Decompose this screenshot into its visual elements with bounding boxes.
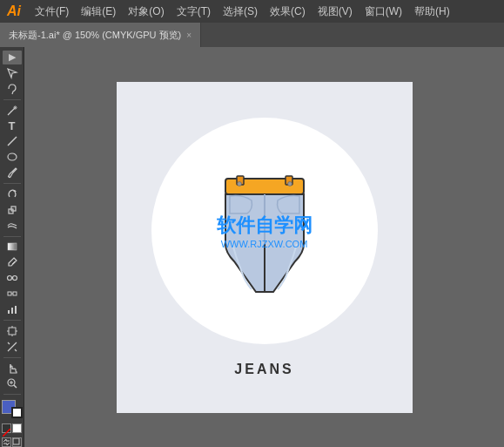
- tool-divider-2: [3, 183, 21, 184]
- extra-tools: [2, 437, 22, 447]
- warp-tool[interactable]: [3, 219, 22, 233]
- tab-label: 未标题-1.ai* @ 150% (CMYK/GPU 预览): [9, 29, 181, 42]
- color-mode-icons: [2, 423, 22, 433]
- direct-select-tool[interactable]: [3, 66, 22, 80]
- svg-point-33: [287, 181, 292, 186]
- tool-divider-4: [3, 320, 21, 321]
- svg-point-2: [8, 153, 17, 160]
- gradient-tool[interactable]: [3, 240, 22, 254]
- hand-tool[interactable]: [3, 362, 22, 376]
- left-toolbar: ▶ T: [0, 47, 24, 447]
- tool-divider-6: [3, 394, 21, 395]
- line-tool[interactable]: [3, 134, 22, 148]
- svg-point-9: [12, 276, 17, 281]
- svg-rect-15: [11, 308, 13, 314]
- circle-background: 软件自学网 WWW.RJZXW.COM: [151, 118, 378, 344]
- scale-tool[interactable]: [3, 203, 22, 217]
- svg-point-32: [237, 181, 241, 186]
- document-tab[interactable]: 未标题-1.ai* @ 150% (CMYK/GPU 预览) ×: [0, 23, 201, 47]
- type-tool[interactable]: T: [3, 119, 22, 132]
- svg-rect-17: [9, 328, 16, 335]
- eyedropper-tool[interactable]: [3, 255, 22, 269]
- none-icon[interactable]: [2, 423, 11, 433]
- tab-bar: 未标题-1.ai* @ 150% (CMYK/GPU 预览) ×: [0, 23, 504, 47]
- menu-view[interactable]: 视图(V): [312, 3, 358, 21]
- menu-bar: 文件(F) 编辑(E) 对象(O) 文字(T) 选择(S) 效果(C) 视图(V…: [30, 3, 455, 21]
- tool-divider-3: [3, 236, 21, 237]
- canvas-area[interactable]: 软件自学网 WWW.RJZXW.COM JEANS: [24, 47, 504, 447]
- svg-rect-12: [13, 292, 17, 295]
- menu-object[interactable]: 对象(O): [123, 3, 169, 21]
- color-selector[interactable]: [2, 400, 23, 418]
- svg-rect-14: [8, 310, 10, 314]
- tool-divider-1: [3, 99, 21, 100]
- artboard-tool[interactable]: [3, 324, 22, 338]
- white-swatch[interactable]: [12, 423, 22, 433]
- menu-select[interactable]: 选择(S): [218, 3, 263, 21]
- app-logo: Ai: [7, 3, 21, 19]
- menu-effect[interactable]: 效果(C): [265, 3, 311, 21]
- svg-line-27: [3, 429, 10, 437]
- tab-close-button[interactable]: ×: [186, 30, 192, 40]
- menu-help[interactable]: 帮助(H): [409, 3, 455, 21]
- artboard: 软件自学网 WWW.RJZXW.COM JEANS: [117, 82, 413, 413]
- svg-rect-16: [15, 306, 17, 314]
- slice-tool[interactable]: [3, 340, 22, 354]
- svg-line-1: [8, 137, 17, 146]
- menu-window[interactable]: 窗口(W): [360, 3, 407, 21]
- svg-rect-28: [13, 438, 19, 444]
- svg-point-8: [7, 276, 11, 281]
- paintbrush-tool[interactable]: [3, 166, 22, 179]
- svg-rect-11: [8, 292, 11, 295]
- menu-type[interactable]: 文字(T): [171, 3, 216, 21]
- select-tool[interactable]: ▶: [3, 51, 22, 64]
- jeans-label: JEANS: [234, 362, 293, 377]
- svg-line-24: [14, 385, 17, 388]
- ellipse-tool[interactable]: [3, 150, 22, 164]
- blend-tool[interactable]: [3, 271, 22, 285]
- rotate-tool[interactable]: [3, 187, 22, 201]
- swap-icon[interactable]: [2, 437, 11, 447]
- menu-file[interactable]: 文件(F): [30, 3, 74, 21]
- jeans-illustration: [208, 166, 321, 296]
- svg-rect-6: [8, 243, 17, 250]
- graph-tool[interactable]: [3, 302, 22, 316]
- stroke-color[interactable]: [11, 407, 23, 418]
- main-area: ▶ T: [0, 47, 504, 447]
- symbol-tool[interactable]: [3, 287, 22, 301]
- default-colors-icon[interactable]: [12, 437, 22, 447]
- pen-tool[interactable]: [3, 104, 22, 118]
- title-bar: Ai 文件(F) 编辑(E) 对象(O) 文字(T) 选择(S) 效果(C) 视…: [0, 0, 504, 23]
- menu-edit[interactable]: 编辑(E): [76, 3, 121, 21]
- zoom-tool[interactable]: [3, 377, 22, 391]
- lasso-tool[interactable]: [3, 82, 22, 96]
- tool-divider-5: [3, 357, 21, 358]
